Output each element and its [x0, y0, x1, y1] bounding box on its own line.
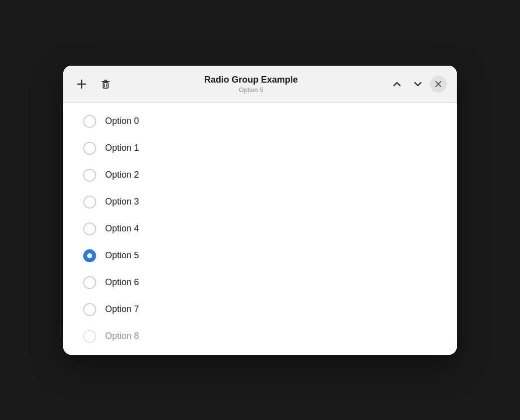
radio-circle: [83, 330, 96, 343]
option-label: Option 8: [105, 331, 139, 341]
dialog-title: Radio Group Example: [119, 75, 383, 85]
delete-button[interactable]: [97, 76, 114, 93]
radio-circle: [83, 303, 96, 316]
radio-circle: [83, 169, 96, 182]
list-item[interactable]: Option 6: [63, 269, 457, 296]
radio-circle: [83, 196, 96, 209]
option-label: Option 7: [105, 304, 139, 315]
list-item[interactable]: Option 4: [63, 215, 457, 242]
svg-rect-2: [103, 83, 108, 88]
radio-circle: [83, 142, 96, 155]
option-label: Option 5: [105, 250, 139, 261]
option-label: Option 6: [105, 277, 139, 288]
dialog-subtitle: Option 5: [119, 86, 383, 94]
toolbar-center: Radio Group Example Option 5: [119, 75, 383, 94]
add-button[interactable]: [73, 76, 90, 93]
list-item[interactable]: Option 2: [63, 162, 457, 189]
chevron-up-icon: [392, 79, 402, 89]
option-label: Option 1: [105, 143, 139, 153]
list-item[interactable]: Option 3: [63, 189, 457, 215]
close-button[interactable]: [430, 76, 447, 93]
list-item[interactable]: Option 8: [63, 323, 457, 350]
options-list: Option 0 Option 1 Option 2 Option 3 Opti…: [63, 103, 457, 355]
option-label: Option 2: [105, 170, 139, 180]
toolbar-right: [388, 75, 447, 93]
close-icon: [435, 81, 442, 88]
list-item[interactable]: Option 0: [63, 108, 457, 135]
list-item[interactable]: Option 5: [63, 242, 457, 269]
list-item[interactable]: Option 7: [63, 296, 457, 323]
toolbar-left: [73, 76, 114, 93]
nav-down-button[interactable]: [409, 75, 427, 93]
radio-circle: [83, 222, 96, 235]
radio-circle: [83, 276, 96, 289]
toolbar: Radio Group Example Option 5: [63, 66, 457, 103]
option-label: Option 3: [105, 197, 139, 207]
radio-circle: [83, 115, 96, 128]
plus-icon: [76, 79, 87, 90]
radio-circle: [83, 249, 96, 262]
list-item[interactable]: Option 1: [63, 135, 457, 162]
dialog: Radio Group Example Option 5: [63, 66, 457, 355]
chevron-down-icon: [413, 79, 423, 89]
option-label: Option 4: [105, 223, 139, 234]
option-label: Option 0: [105, 116, 139, 126]
nav-up-button[interactable]: [388, 75, 406, 93]
trash-icon: [100, 79, 111, 90]
